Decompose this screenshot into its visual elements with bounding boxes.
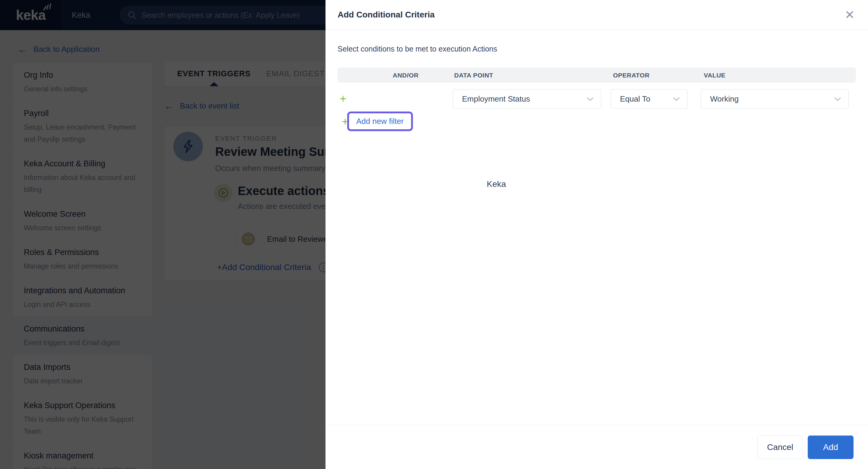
- chevron-down-icon: [834, 97, 841, 101]
- data-point-dropdown[interactable]: Employment Status: [453, 89, 601, 108]
- add-filter-row: + Add new filter: [338, 112, 856, 132]
- modal-header: Add Conditional Criteria ✕: [326, 0, 868, 30]
- modal-body: Select conditions to be met to execution…: [326, 44, 868, 189]
- column-header-data-point: DATA POINT: [454, 72, 493, 79]
- operator-dropdown[interactable]: Equal To: [611, 89, 687, 108]
- criteria-table-header: AND/OR DATA POINT OPERATOR VALUE: [338, 67, 856, 83]
- chevron-down-icon: [673, 97, 680, 101]
- chevron-down-icon: [587, 97, 594, 101]
- column-header-value: VALUE: [704, 72, 725, 79]
- close-icon[interactable]: ✕: [844, 9, 855, 21]
- modal-subtitle: Select conditions to be met to execution…: [338, 44, 856, 53]
- plus-icon[interactable]: +: [340, 93, 346, 104]
- value-dropdown[interactable]: Working: [701, 89, 849, 108]
- column-header-andor: AND/OR: [393, 72, 418, 79]
- column-header-operator: OPERATOR: [613, 72, 650, 79]
- keka-watermark: Keka: [487, 179, 506, 189]
- add-button[interactable]: Add: [808, 436, 854, 459]
- modal-title: Add Conditional Criteria: [338, 10, 435, 20]
- add-conditional-criteria-modal: Add Conditional Criteria ✕ Select condit…: [326, 0, 868, 469]
- cancel-button[interactable]: Cancel: [757, 436, 803, 459]
- condition-row: + Employment Status Equal To Working: [338, 89, 856, 108]
- modal-footer: Cancel Add: [326, 425, 868, 469]
- add-new-filter-button[interactable]: Add new filter: [347, 112, 413, 131]
